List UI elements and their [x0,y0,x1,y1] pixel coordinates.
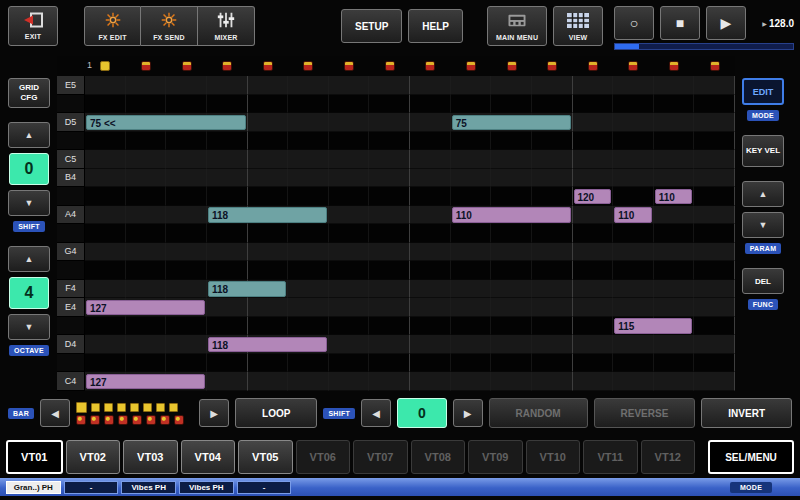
grid-cell[interactable] [613,372,654,391]
grid-cell[interactable] [532,95,573,114]
grid-cell[interactable] [166,95,207,114]
note-dsharp4-step14[interactable]: 115 [614,318,692,334]
bpm-display[interactable]: ▶ 128.0 [752,18,794,29]
grid-cell[interactable] [451,187,492,206]
grid-cell[interactable] [694,372,735,391]
grid-cfg-button[interactable]: GRID CFG [8,78,50,108]
grid-cell[interactable] [451,150,492,169]
grid-cell[interactable] [288,317,329,336]
track-button-vt04[interactable]: VT04 [181,440,236,474]
track-button-vt01[interactable]: VT01 [6,440,63,474]
grid-cell[interactable] [288,224,329,243]
note-d5-step10[interactable]: 75 [452,115,571,131]
grid-cell[interactable] [532,132,573,151]
grid-cell[interactable] [654,113,695,132]
grid-cell[interactable] [694,150,735,169]
grid-cell[interactable] [369,243,410,262]
grid-cell[interactable] [573,132,614,151]
grid-cell[interactable] [166,335,207,354]
grid-cell[interactable] [694,132,735,151]
bar-marker-icon[interactable] [156,403,165,412]
grid-cell[interactable] [573,335,614,354]
grid-cell[interactable] [85,76,126,95]
grid-cell[interactable] [613,150,654,169]
grid-cell[interactable] [329,150,370,169]
grid-cell[interactable] [126,354,167,373]
grid-cell[interactable] [369,132,410,151]
grid-cell[interactable] [126,187,167,206]
bar-marker-icon[interactable] [130,403,139,412]
grid-cell[interactable] [288,298,329,317]
grid-cell[interactable] [694,298,735,317]
grid-cell[interactable] [532,261,573,280]
step-marker-icon[interactable] [425,61,435,71]
grid-cell[interactable] [491,354,532,373]
grid-cell[interactable] [532,243,573,262]
grid-cell[interactable] [166,169,207,188]
grid-cell[interactable] [694,261,735,280]
grid-cell[interactable] [532,298,573,317]
grid-cell[interactable] [694,280,735,299]
grid-cell[interactable] [288,132,329,151]
sel-menu-button[interactable]: SEL/MENU [708,440,794,474]
grid-cell[interactable] [613,224,654,243]
track-button-vt07[interactable]: VT07 [353,440,408,474]
step-marker-icon[interactable] [141,61,151,71]
step-marker-icon[interactable] [710,61,720,71]
grid-cell[interactable] [126,206,167,225]
grid-cell[interactable] [451,354,492,373]
grid-cell[interactable] [613,95,654,114]
grid-cell[interactable] [248,372,289,391]
grid-cell[interactable] [369,224,410,243]
grid-cell[interactable] [369,95,410,114]
grid-cell[interactable] [369,76,410,95]
track-button-vt06[interactable]: VT06 [296,440,351,474]
grid-cell[interactable] [573,113,614,132]
grid-cell[interactable] [166,187,207,206]
delete-button[interactable]: DEL [742,268,784,294]
grid-cell[interactable] [85,335,126,354]
step-marker-icon[interactable] [344,61,354,71]
grid-cell[interactable] [694,354,735,373]
grid-cell[interactable] [85,261,126,280]
param-down-button[interactable]: ▼ [742,212,784,238]
bar-pad-icon[interactable] [118,415,128,425]
grid-cell[interactable] [613,187,654,206]
grid-cell[interactable] [491,95,532,114]
grid-cell[interactable] [288,76,329,95]
step-marker-icon[interactable] [466,61,476,71]
grid-cell[interactable] [207,261,248,280]
shift-right-button[interactable]: ▶ [453,399,483,427]
octave-down-button[interactable]: ▼ [8,314,50,340]
grid-cell[interactable] [248,317,289,336]
grid-cell[interactable] [694,113,735,132]
grid-cell[interactable] [613,354,654,373]
grid-cell[interactable] [329,169,370,188]
grid-cell[interactable] [248,113,289,132]
grid-cell[interactable] [207,372,248,391]
grid-cell[interactable] [369,150,410,169]
grid-cell[interactable] [369,169,410,188]
grid-cell[interactable] [369,372,410,391]
bar-marker-icon[interactable] [76,402,87,413]
grid-cell[interactable] [410,187,451,206]
bar-pad-icon[interactable] [160,415,170,425]
grid-cell[interactable] [613,280,654,299]
note-e4-step1[interactable]: 127 [86,300,205,316]
grid-cell[interactable] [491,261,532,280]
grid-cell[interactable] [410,335,451,354]
grid-cell[interactable] [126,132,167,151]
grid-cell[interactable] [288,372,329,391]
grid-cell[interactable] [613,243,654,262]
note-c4-step1[interactable]: 127 [86,374,205,390]
grid-cell[interactable] [329,132,370,151]
grid-cell[interactable] [410,243,451,262]
grid-cell[interactable] [248,95,289,114]
grid-cell[interactable] [573,372,614,391]
shift-down-button[interactable]: ▼ [8,190,50,216]
grid-cell[interactable] [573,317,614,336]
grid-cell[interactable] [85,224,126,243]
track-button-vt02[interactable]: VT02 [66,440,121,474]
step-marker-icon[interactable] [547,61,557,71]
grid-cell[interactable] [126,261,167,280]
